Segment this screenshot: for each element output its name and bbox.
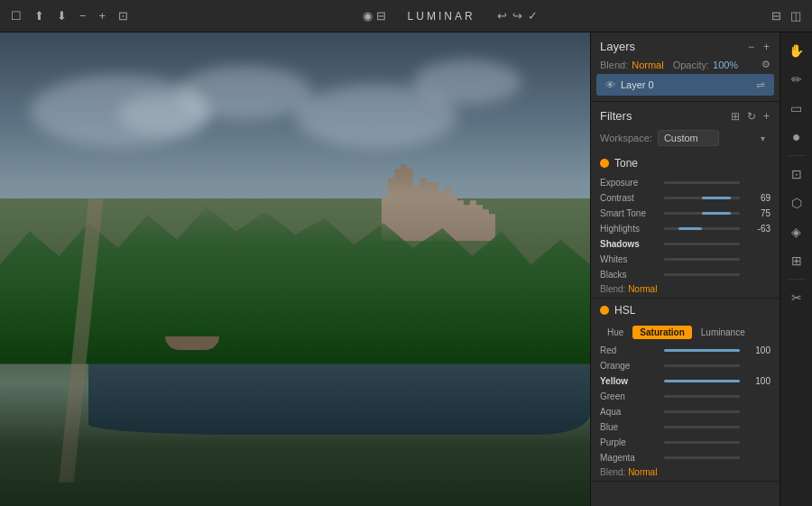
magenta-track[interactable] bbox=[664, 456, 740, 459]
filters-add-button[interactable]: + bbox=[762, 110, 770, 123]
workspace-label: Workspace: bbox=[600, 133, 652, 143]
monitor-icon[interactable]: ⊟ bbox=[771, 9, 781, 23]
orange-track[interactable] bbox=[664, 364, 740, 367]
yellow-fill bbox=[664, 380, 740, 382]
workspace-select-wrapper: Custom Landscape Portrait Street bbox=[658, 130, 770, 146]
contrast-slider-row: Contrast 69 bbox=[591, 190, 780, 206]
filters-add-filter-icon[interactable]: ⊞ bbox=[730, 110, 741, 123]
tone-group-header[interactable]: Tone bbox=[591, 152, 780, 175]
hsl-blend-value[interactable]: Normal bbox=[628, 467, 657, 477]
red-slider-row: Red 100 bbox=[591, 343, 780, 358]
layer-visibility-icon[interactable]: 👁 bbox=[605, 79, 615, 90]
highlights-fill bbox=[678, 227, 702, 230]
blue-track[interactable] bbox=[664, 426, 740, 428]
shadows-track[interactable] bbox=[664, 243, 740, 245]
exposure-track[interactable] bbox=[664, 181, 740, 184]
tone-group-title: Tone bbox=[614, 157, 770, 170]
hsl-group-title: HSL bbox=[614, 304, 770, 317]
layer-settings-icon[interactable]: ⇌ bbox=[756, 78, 765, 91]
main-area: Layers − + Blend: Normal Opacity: 100% ⚙… bbox=[0, 32, 812, 506]
whites-slider-row: Whites bbox=[591, 252, 780, 267]
layers-minimize-button[interactable]: − bbox=[747, 41, 755, 53]
zoom-out-icon[interactable]: − bbox=[79, 9, 87, 23]
shadows-slider-row: Shadows bbox=[591, 236, 780, 252]
yellow-track[interactable] bbox=[664, 380, 740, 382]
tone-blend-label: Blend: bbox=[600, 284, 625, 294]
tone-filter-group: Tone Exposure Contrast 69 bbox=[591, 152, 780, 299]
layers-icon[interactable]: ◫ bbox=[790, 9, 801, 23]
hsl-group-header[interactable]: HSL bbox=[591, 299, 780, 322]
hand-tool-icon[interactable]: ✋ bbox=[784, 38, 809, 63]
layers-header: Layers − + bbox=[591, 32, 780, 57]
layers-settings-icon[interactable]: ⚙ bbox=[761, 59, 770, 70]
opacity-value[interactable]: 100% bbox=[713, 60, 738, 70]
preview-icon[interactable]: ◉ bbox=[363, 9, 373, 23]
highlights-track[interactable] bbox=[664, 227, 740, 230]
filters-title: Filters bbox=[600, 109, 632, 123]
smart-tone-track[interactable] bbox=[664, 212, 740, 215]
brush-tool-icon[interactable]: ✏ bbox=[784, 67, 809, 92]
shadows-label: Shadows bbox=[600, 239, 659, 249]
filters-section: Filters ⊞ ↻ + Workspace: Custom Landscap… bbox=[591, 102, 780, 506]
split-view-icon[interactable]: ⊟ bbox=[376, 9, 386, 23]
purple-track[interactable] bbox=[664, 441, 740, 444]
circle-tool-icon[interactable]: ● bbox=[784, 124, 809, 150]
whites-label: Whites bbox=[600, 254, 659, 264]
yellow-value: 100 bbox=[745, 376, 770, 386]
orange-slider-row: Orange bbox=[591, 358, 780, 373]
aqua-slider-row: Aqua bbox=[591, 404, 780, 419]
tone-blend-value[interactable]: Normal bbox=[628, 284, 657, 294]
top-toolbar: ☐ ⬆ ⬇ − + ⊡ ◉ ⊟ LUMINAR ↩ ↪ ✓ ⊟ ◫ bbox=[0, 0, 812, 32]
hsl-dot bbox=[600, 306, 609, 315]
highlights-slider-row: Highlights -63 bbox=[591, 221, 780, 236]
photo-scene bbox=[0, 32, 590, 506]
filters-refresh-icon[interactable]: ↻ bbox=[746, 110, 757, 123]
save-file-icon[interactable]: ⬇ bbox=[57, 9, 67, 23]
zoom-in-icon[interactable]: + bbox=[99, 9, 106, 23]
sidebar-divider-1 bbox=[788, 155, 806, 156]
new-file-icon[interactable]: ☐ bbox=[11, 9, 22, 23]
red-track[interactable] bbox=[664, 349, 740, 352]
app-title: LUMINAR bbox=[408, 10, 475, 23]
magenta-slider-row: Magenta bbox=[591, 450, 780, 465]
hsl-tab-hue[interactable]: Hue bbox=[600, 326, 631, 339]
smart-tone-label: Smart Tone bbox=[600, 208, 659, 218]
layer-name: Layer 0 bbox=[621, 79, 751, 90]
aqua-label: Aqua bbox=[600, 407, 659, 417]
scissors-tool-icon[interactable]: ✂ bbox=[784, 285, 809, 310]
aqua-track[interactable] bbox=[664, 410, 740, 413]
hsl-tab-saturation[interactable]: Saturation bbox=[632, 326, 691, 339]
contrast-track[interactable] bbox=[664, 197, 740, 199]
blue-label: Blue bbox=[600, 422, 659, 432]
right-panel: Layers − + Blend: Normal Opacity: 100% ⚙… bbox=[590, 32, 780, 506]
blend-opacity-row: Blend: Normal Opacity: 100% ⚙ bbox=[591, 57, 780, 74]
mask-tool-icon[interactable]: ◈ bbox=[784, 219, 809, 244]
open-file-icon[interactable]: ⬆ bbox=[34, 9, 44, 23]
green-track[interactable] bbox=[664, 395, 740, 398]
yellow-label: Yellow bbox=[600, 376, 659, 386]
person-tool-icon[interactable]: ⬡ bbox=[784, 190, 809, 216]
redo-button[interactable]: ↪ bbox=[512, 9, 522, 23]
red-fill bbox=[664, 349, 740, 352]
frame-tool-icon[interactable]: ⊡ bbox=[784, 161, 809, 187]
hsl-blend-row: Blend: Normal bbox=[591, 465, 780, 481]
magenta-label: Magenta bbox=[600, 453, 659, 463]
photo-canvas[interactable] bbox=[0, 32, 590, 506]
green-slider-row: Green bbox=[591, 389, 780, 404]
layers-add-button[interactable]: + bbox=[762, 41, 770, 53]
texture-tool-icon[interactable]: ⊞ bbox=[784, 248, 809, 273]
layer-0-item[interactable]: 👁 Layer 0 ⇌ bbox=[596, 74, 774, 96]
undo-button[interactable]: ↩ bbox=[497, 9, 507, 23]
workspace-select[interactable]: Custom Landscape Portrait Street bbox=[658, 130, 719, 146]
blacks-track[interactable] bbox=[664, 273, 740, 276]
rectangle-tool-icon[interactable]: ▭ bbox=[784, 96, 809, 121]
smart-tone-slider-row: Smart Tone 75 bbox=[591, 206, 780, 221]
confirm-button[interactable]: ✓ bbox=[528, 9, 538, 23]
hsl-tab-luminance[interactable]: Luminance bbox=[694, 326, 752, 339]
frame-icon[interactable]: ⊡ bbox=[118, 9, 128, 23]
right-sidebar: ✋ ✏ ▭ ● ⊡ ⬡ ◈ ⊞ ✂ bbox=[780, 32, 812, 506]
red-label: Red bbox=[600, 345, 659, 355]
workspace-row: Workspace: Custom Landscape Portrait Str… bbox=[591, 126, 780, 152]
blend-value[interactable]: Normal bbox=[632, 60, 663, 70]
whites-track[interactable] bbox=[664, 258, 740, 261]
